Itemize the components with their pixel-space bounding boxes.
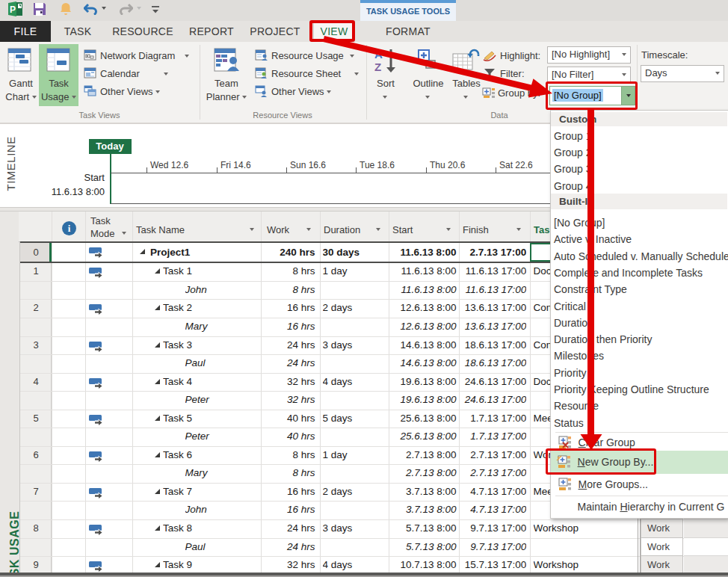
svg-text:Z: Z [374, 61, 381, 73]
svg-text:P: P [10, 4, 16, 15]
svg-text:A: A [374, 48, 383, 61]
